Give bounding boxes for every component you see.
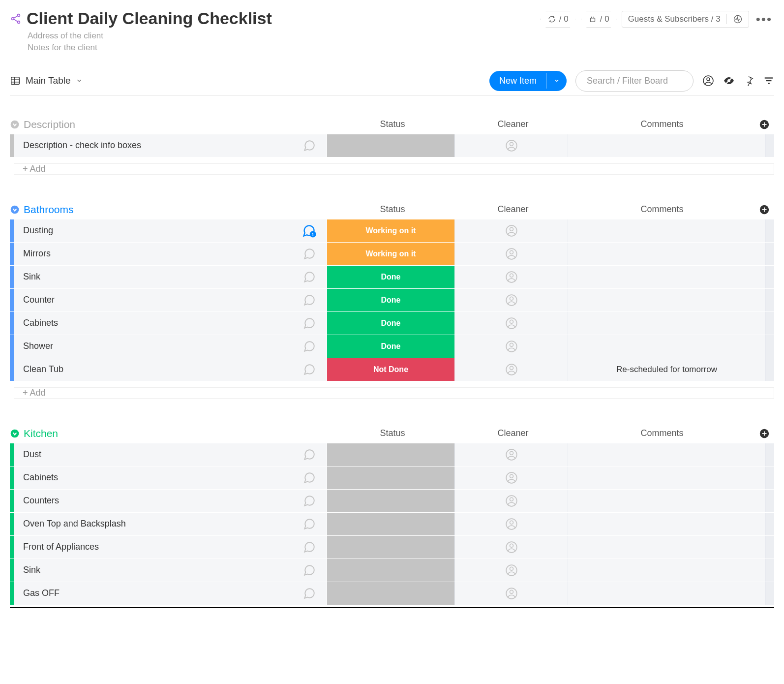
status-cell[interactable]: [327, 536, 454, 559]
comments-cell[interactable]: [568, 559, 765, 582]
item-name-cell[interactable]: Cabinets: [14, 312, 327, 335]
pin-icon[interactable]: [744, 75, 754, 86]
cleaner-cell[interactable]: [454, 536, 568, 559]
item-name-cell[interactable]: Dust: [14, 443, 327, 466]
comments-cell[interactable]: [568, 466, 765, 489]
subtitle-notes[interactable]: Notes for the client: [28, 42, 272, 54]
add-item-row[interactable]: + Add: [14, 387, 774, 399]
cleaner-cell[interactable]: [454, 443, 568, 466]
conversation-icon[interactable]: [299, 271, 320, 283]
group-collapse-toggle[interactable]: [10, 429, 20, 438]
conversation-icon[interactable]: [299, 495, 320, 507]
status-cell[interactable]: Working on it: [327, 243, 454, 265]
table-row[interactable]: ShowerDone: [10, 335, 774, 358]
item-name-cell[interactable]: Cabinets: [14, 466, 327, 489]
status-cell[interactable]: Not Done: [327, 358, 454, 381]
view-selector[interactable]: Main Table: [10, 75, 83, 86]
column-header-status[interactable]: Status: [329, 204, 456, 215]
item-name-cell[interactable]: Sink: [14, 266, 327, 288]
table-row[interactable]: Counters: [10, 490, 774, 513]
item-name-cell[interactable]: Clean Tub: [14, 358, 327, 381]
guests-subscribers-button[interactable]: Guests & Subscribers / 3: [622, 11, 749, 28]
conversation-icon[interactable]: [299, 317, 320, 330]
new-item-button[interactable]: New Item: [489, 71, 567, 91]
comments-cell[interactable]: [568, 266, 765, 288]
conversation-icon[interactable]: [299, 340, 320, 353]
column-header-status[interactable]: Status: [329, 428, 456, 438]
automations-badge[interactable]: / 0: [540, 11, 576, 28]
column-header-cleaner[interactable]: Cleaner: [456, 428, 570, 438]
status-cell[interactable]: [327, 466, 454, 489]
status-cell[interactable]: [327, 134, 454, 157]
table-row[interactable]: MirrorsWorking on it: [10, 243, 774, 266]
add-column-button[interactable]: [754, 204, 774, 215]
status-cell[interactable]: [327, 513, 454, 535]
hide-icon[interactable]: [723, 75, 735, 87]
cleaner-cell[interactable]: [454, 466, 568, 489]
conversation-icon[interactable]: [299, 248, 320, 260]
table-row[interactable]: Oven Top and Backsplash: [10, 513, 774, 536]
item-name-cell[interactable]: Front of Appliances: [14, 536, 327, 559]
subtitle-address[interactable]: Address of the client: [28, 30, 272, 42]
comments-cell[interactable]: [568, 312, 765, 335]
add-column-button[interactable]: [754, 428, 774, 439]
cleaner-cell[interactable]: [454, 335, 568, 358]
comments-cell[interactable]: [568, 513, 765, 535]
more-options-icon[interactable]: •••: [754, 12, 774, 27]
comments-cell[interactable]: [568, 335, 765, 358]
table-row[interactable]: Gas OFF: [10, 582, 774, 605]
cleaner-cell[interactable]: [454, 358, 568, 381]
status-cell[interactable]: Done: [327, 335, 454, 358]
item-name-cell[interactable]: Shower: [14, 335, 327, 358]
item-name-cell[interactable]: Description - check info boxes: [14, 134, 327, 157]
table-row[interactable]: Description - check info boxes: [10, 134, 774, 157]
status-cell[interactable]: [327, 443, 454, 466]
comments-cell[interactable]: Re-scheduled for tomorrow: [568, 358, 765, 381]
add-item-row[interactable]: + Add: [14, 163, 774, 175]
table-row[interactable]: Front of Appliances: [10, 536, 774, 559]
item-name-cell[interactable]: Mirrors: [14, 243, 327, 265]
conversation-icon[interactable]: [299, 448, 320, 461]
comments-cell[interactable]: [568, 536, 765, 559]
table-row[interactable]: Dust: [10, 443, 774, 466]
cleaner-cell[interactable]: [454, 559, 568, 582]
search-input[interactable]: Search / Filter Board: [575, 70, 694, 92]
conversation-icon[interactable]: [299, 564, 320, 577]
comments-cell[interactable]: [568, 219, 765, 242]
group-title[interactable]: Description: [24, 119, 329, 130]
table-row[interactable]: Cabinets: [10, 466, 774, 490]
conversation-icon[interactable]: [299, 471, 320, 484]
item-name-cell[interactable]: Counters: [14, 490, 327, 512]
group-title[interactable]: Kitchen: [24, 428, 329, 439]
comments-cell[interactable]: [568, 443, 765, 466]
group-title[interactable]: Bathrooms: [24, 204, 329, 216]
conversation-icon[interactable]: [299, 294, 320, 307]
group-collapse-toggle[interactable]: [10, 205, 20, 215]
table-row[interactable]: CounterDone: [10, 289, 774, 312]
cleaner-cell[interactable]: [454, 513, 568, 535]
column-header-comments[interactable]: Comments: [570, 428, 754, 438]
table-row[interactable]: Clean TubNot DoneRe-scheduled for tomorr…: [10, 358, 774, 381]
status-cell[interactable]: [327, 582, 454, 605]
item-name-cell[interactable]: Dusting1: [14, 219, 327, 242]
column-header-cleaner[interactable]: Cleaner: [456, 204, 570, 215]
conversation-icon[interactable]: [299, 541, 320, 554]
status-cell[interactable]: Done: [327, 289, 454, 311]
comments-cell[interactable]: [568, 243, 765, 265]
status-cell[interactable]: Done: [327, 312, 454, 335]
cleaner-cell[interactable]: [454, 582, 568, 605]
item-name-cell[interactable]: Sink: [14, 559, 327, 582]
table-row[interactable]: Sink: [10, 559, 774, 582]
conversation-icon[interactable]: [299, 518, 320, 530]
cleaner-cell[interactable]: [454, 312, 568, 335]
conversation-icon[interactable]: [299, 587, 320, 600]
status-cell[interactable]: [327, 490, 454, 512]
group-collapse-toggle[interactable]: [10, 120, 20, 129]
filter-icon[interactable]: [763, 75, 774, 86]
table-row[interactable]: CabinetsDone: [10, 312, 774, 335]
item-name-cell[interactable]: Gas OFF: [14, 582, 327, 605]
table-row[interactable]: SinkDone: [10, 266, 774, 289]
column-header-cleaner[interactable]: Cleaner: [456, 119, 570, 129]
conversation-icon[interactable]: 1: [298, 224, 320, 238]
status-cell[interactable]: [327, 559, 454, 582]
